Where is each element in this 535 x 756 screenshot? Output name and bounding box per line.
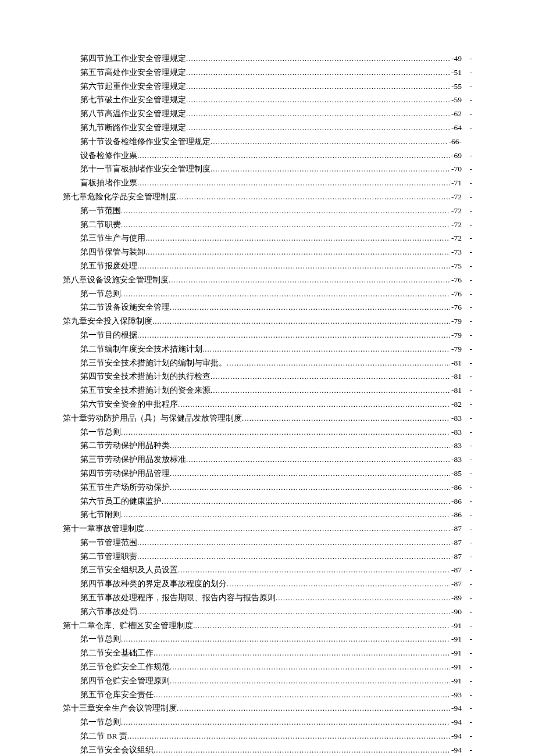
toc-entry-page: -71: [450, 177, 462, 189]
toc-entry-title: 第八章设备设施安全管理制度: [63, 274, 169, 286]
toc-entry-page: -94: [450, 744, 462, 756]
toc-entry-title: 第二节管理职责: [80, 550, 137, 563]
toc-trailing-dash: -: [462, 522, 472, 535]
toc-trailing-dash: -: [462, 536, 472, 549]
toc-leader-dots: [152, 316, 450, 328]
toc-entry-page: -83: [450, 439, 462, 452]
toc-entry-page: -91: [450, 675, 462, 687]
toc-trailing-dash: -: [462, 550, 472, 563]
toc-entry-title: 第十节设备检维修作业安全管理规定: [80, 135, 211, 148]
toc-entry-page: -55: [450, 80, 462, 93]
toc-trailing-dash: -: [462, 191, 472, 203]
toc-entry-title: 第六节起重作业安全管理规定: [80, 80, 186, 93]
toc-entry-page: -76: [450, 288, 462, 300]
toc-trailing-dash: -: [462, 744, 472, 756]
toc-entry-title: 第十章劳动防护用品（具）与保健品发放管理制度: [63, 412, 242, 425]
toc-entry-title: 第一节总则: [80, 633, 121, 646]
toc-trailing-dash: -: [462, 52, 472, 65]
toc-trailing-dash: -: [462, 564, 472, 576]
toc-entry-title: 第五节事故处理程序，报告期限、报告内容与报告原则: [80, 592, 276, 604]
toc-entry-title: 第六节员工的健康监护: [80, 495, 162, 508]
toc-entry: 第二节设备设施安全管理-76-: [63, 301, 472, 314]
toc-leader-dots: [195, 620, 450, 632]
toc-entry: 第十二章仓库、贮槽区安全管理制度.-91-: [63, 619, 472, 632]
toc-entry-title: 第二节安全基础工作: [80, 647, 154, 660]
toc-entry-page: -91: [450, 633, 462, 646]
toc-entry: 第八节高温作业安全管理规定-62-: [63, 108, 472, 120]
toc-entry: 第一节目的根据-79-: [63, 329, 472, 342]
toc-leader-dots: [170, 468, 450, 480]
toc-trailing-dash: -: [462, 716, 472, 729]
toc-entry-page: -94: [450, 716, 462, 729]
toc-entry-page: -75: [450, 260, 462, 273]
toc-entry-page: -70: [450, 163, 462, 175]
toc-entry-title: 第四节保管与装卸: [80, 246, 145, 259]
toc-entry: 第十三章安全生产会议管理制度-94-: [63, 702, 472, 715]
toc-leader-dots: [137, 329, 450, 342]
toc-leader-dots: [137, 551, 450, 563]
toc-entry: 第十节设备检维修作业安全管理规定-66-: [63, 135, 472, 148]
toc-trailing-dash: -: [462, 343, 472, 356]
toc-entry-page: -83: [450, 426, 462, 439]
toc-leader-dots: [145, 232, 450, 245]
toc-entry: 第十一章事故管理制度-87-: [63, 522, 472, 535]
toc-entry: 第一节总则-91-: [63, 633, 472, 646]
toc-entry-title: 第八节高温作业安全管理规定: [80, 108, 186, 120]
toc-entry-page: -81: [450, 384, 462, 397]
toc-entry: 第一节管理范围-87-: [63, 536, 472, 549]
toc-trailing-dash: -: [462, 108, 472, 120]
toc-trailing-dash: -: [462, 384, 472, 397]
toc-entry-page: -59: [450, 94, 462, 106]
toc-entry-title: 第四节劳动保护用品管理: [80, 467, 170, 480]
toc-entry-page: -91: [450, 619, 462, 632]
toc-entry-title: 第十三章安全生产会议管理制度: [63, 702, 177, 715]
toc-entry-title: 第三节安全组织及人员设置: [80, 564, 178, 576]
toc-entry-page: -91: [450, 647, 462, 660]
toc-entry: 第九章安全投入保障制度-79-: [63, 315, 472, 328]
toc-leader-dots: [121, 427, 450, 439]
toc-leader-dots: [227, 357, 450, 370]
toc-leader-dots: [170, 302, 450, 314]
toc-trailing-dash: -: [462, 633, 472, 646]
toc-entry: 第二节管理职责-87-: [63, 550, 472, 563]
toc-leader-dots: [137, 537, 450, 549]
toc-leader-dots: [211, 163, 450, 175]
toc-leader-dots: [144, 523, 450, 535]
toc-trailing-dash: -: [462, 702, 472, 715]
toc-entry: 第五节生产场所劳动保护-86-: [63, 481, 472, 494]
toc-entry-page: -49: [450, 52, 462, 65]
toc-entry-title: 第五节安全技术措施计划的资金来源: [80, 384, 211, 397]
toc-entry-title: 第九章安全投入保障制度: [63, 315, 152, 328]
toc-entry: 第四节劳动保护用品管理-85-: [63, 467, 472, 480]
toc-trailing-dash: -: [462, 592, 472, 604]
toc-entry: 第四节施工作业安全管理规定-49-: [63, 52, 472, 65]
toc-leader-dots: [186, 94, 450, 106]
toc-entry-page: -85: [450, 467, 462, 480]
toc-entry-title: 第七章危险化学品安全管理制度: [63, 191, 177, 203]
toc-leader-dots: [170, 661, 450, 673]
toc-entry-title: 第一节管理范围: [80, 536, 137, 549]
toc-trailing-dash: -: [462, 163, 472, 175]
toc-entry: 第七节破土作业安全管理规定-59-: [63, 94, 472, 106]
toc-entry: 第二节职费-72-: [63, 218, 472, 231]
toc-entry-title: 第一节总则: [80, 288, 121, 300]
toc-leader-dots: [137, 260, 450, 273]
toc-entry: 第三节生产与使用-72-: [63, 232, 472, 245]
toc-leader-dots: [242, 413, 450, 425]
toc-leader-dots: [186, 454, 450, 466]
toc-entry: 第五节报废处理-75-: [63, 260, 472, 273]
toc-entry: 第二节 BR 责-94-: [63, 730, 472, 743]
toc-leader-dots: [137, 606, 450, 618]
toc-entry-page: -83: [450, 412, 462, 425]
toc-entry-page: -79: [450, 315, 462, 328]
toc-trailing-dash: -: [462, 149, 472, 162]
toc-leader-dots: [170, 482, 450, 494]
toc-entry: 第五节仓库安全责任-93-: [63, 689, 472, 701]
toc-entry-page: -64: [450, 121, 462, 134]
toc-entry: 第三节劳动保护用品发放标准-83-: [63, 453, 472, 466]
toc-trailing-dash: -: [462, 689, 472, 701]
toc-entry-title: 第五节生产场所劳动保护: [80, 481, 170, 494]
toc-entry-title: 第三节安全技术措施计划的编制与审批。: [80, 357, 227, 370]
toc-entry-title: 第一节目的根据: [80, 329, 137, 342]
toc-entry-title: 第十二章仓库、贮槽区安全管理制度.: [63, 619, 195, 632]
